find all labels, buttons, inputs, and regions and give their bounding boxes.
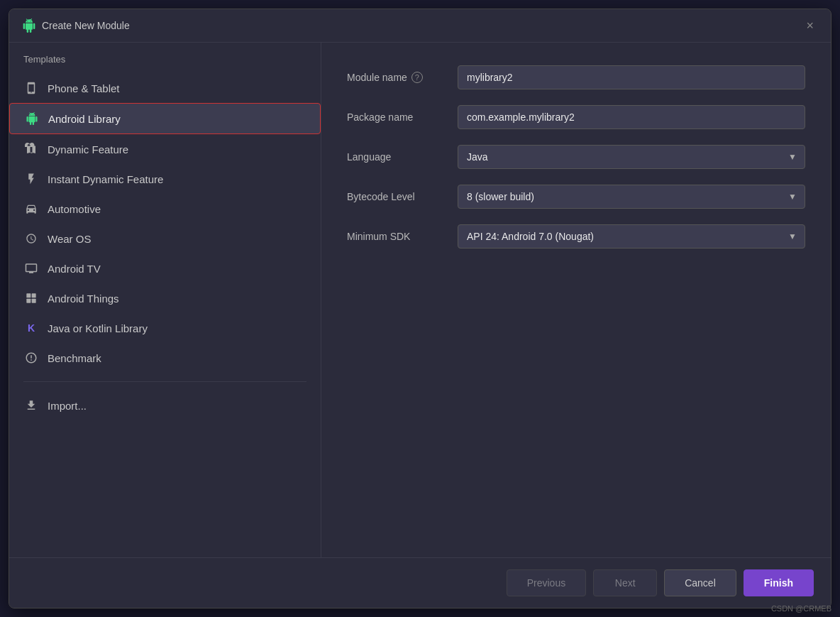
sidebar-item-instant-dynamic-feature[interactable]: Instant Dynamic Feature <box>9 164 321 194</box>
sidebar: Templates Phone & Tablet Android Library <box>9 43 321 557</box>
sidebar-item-dynamic-feature-label: Dynamic Feature <box>48 143 128 155</box>
svg-rect-0 <box>26 293 31 297</box>
sidebar-item-java-kotlin-label: Java or Kotlin Library <box>48 322 148 334</box>
language-select[interactable]: Java Kotlin <box>458 145 805 169</box>
sidebar-item-android-tv-label: Android TV <box>48 263 101 275</box>
main-content: Templates Phone & Tablet Android Library <box>9 43 831 557</box>
bytecode-select[interactable]: 8 (slower build) 7 6 <box>458 185 805 209</box>
package-name-label: Package name <box>347 111 446 123</box>
import-icon <box>23 398 39 413</box>
right-panel: Module name ? Package name Language Java… <box>321 43 831 557</box>
next-button[interactable]: Next <box>593 569 657 596</box>
sidebar-item-import[interactable]: Import... <box>9 391 321 420</box>
module-name-input[interactable] <box>458 65 805 89</box>
sidebar-item-android-things[interactable]: Android Things <box>9 283 321 313</box>
language-row: Language Java Kotlin ▼ <box>347 145 805 169</box>
android-things-icon <box>23 290 39 306</box>
sidebar-item-android-tv[interactable]: Android TV <box>9 253 321 283</box>
min-sdk-select-wrapper: API 24: Android 7.0 (Nougat) API 21: And… <box>458 224 805 249</box>
sidebar-item-benchmark-label: Benchmark <box>48 352 101 364</box>
sidebar-item-android-library-label: Android Library <box>48 113 121 125</box>
min-sdk-select[interactable]: API 24: Android 7.0 (Nougat) API 21: And… <box>458 224 805 249</box>
benchmark-icon <box>23 350 39 366</box>
phone-tablet-icon <box>23 80 39 96</box>
sidebar-divider <box>23 381 306 382</box>
bytecode-level-row: Bytecode Level 8 (slower build) 7 6 ▼ <box>347 185 805 209</box>
svg-rect-1 <box>32 293 36 297</box>
bytecode-select-wrapper: 8 (slower build) 7 6 ▼ <box>458 185 805 209</box>
cancel-button[interactable]: Cancel <box>664 569 736 596</box>
bytecode-level-label: Bytecode Level <box>347 191 446 202</box>
module-name-help-icon[interactable]: ? <box>411 72 423 83</box>
android-library-icon <box>24 111 40 126</box>
automotive-icon <box>23 201 39 217</box>
sidebar-item-android-things-label: Android Things <box>48 293 119 305</box>
sidebar-item-android-library[interactable]: Android Library <box>9 103 321 134</box>
android-tv-icon <box>23 261 39 276</box>
title-bar: Create New Module × <box>9 9 831 43</box>
sidebar-item-instant-dynamic-feature-label: Instant Dynamic Feature <box>48 173 163 185</box>
sidebar-item-dynamic-feature[interactable]: Dynamic Feature <box>9 134 321 164</box>
package-name-input[interactable] <box>458 105 805 129</box>
instant-dynamic-feature-icon <box>23 171 39 187</box>
dynamic-feature-icon <box>23 141 39 157</box>
kotlin-icon: K <box>23 320 39 336</box>
language-select-wrapper: Java Kotlin ▼ <box>458 145 805 169</box>
sidebar-item-benchmark[interactable]: Benchmark <box>9 343 321 373</box>
svg-rect-3 <box>32 299 36 303</box>
sidebar-item-phone-tablet-label: Phone & Tablet <box>48 82 119 94</box>
sidebar-item-java-kotlin[interactable]: K Java or Kotlin Library <box>9 313 321 343</box>
sidebar-item-wear-os[interactable]: Wear OS <box>9 224 321 253</box>
title-bar-left: Create New Module <box>22 18 130 33</box>
footer: Previous Next Cancel Finish <box>9 557 831 608</box>
min-sdk-label: Minimum SDK <box>347 231 446 242</box>
wear-os-icon <box>23 231 39 246</box>
dialog-title: Create New Module <box>42 20 130 31</box>
language-label: Language <box>347 151 446 163</box>
min-sdk-row: Minimum SDK API 24: Android 7.0 (Nougat)… <box>347 224 805 249</box>
sidebar-item-phone-tablet[interactable]: Phone & Tablet <box>9 73 321 103</box>
package-name-row: Package name <box>347 105 805 129</box>
module-name-row: Module name ? <box>347 65 805 89</box>
sidebar-item-automotive[interactable]: Automotive <box>9 194 321 224</box>
sidebar-item-wear-os-label: Wear OS <box>48 233 91 245</box>
close-button[interactable]: × <box>802 18 818 33</box>
module-name-label: Module name ? <box>347 72 446 83</box>
previous-button[interactable]: Previous <box>507 569 586 596</box>
sidebar-item-automotive-label: Automotive <box>48 203 101 215</box>
create-new-module-dialog: Create New Module × Templates Phone & Ta… <box>9 9 831 608</box>
sidebar-section-label: Templates <box>9 54 321 73</box>
android-logo-icon <box>22 18 36 33</box>
finish-button[interactable]: Finish <box>744 569 814 596</box>
sidebar-item-import-label: Import... <box>48 400 87 412</box>
watermark: CSDN @CRMEB <box>771 604 831 613</box>
svg-rect-2 <box>26 299 31 303</box>
